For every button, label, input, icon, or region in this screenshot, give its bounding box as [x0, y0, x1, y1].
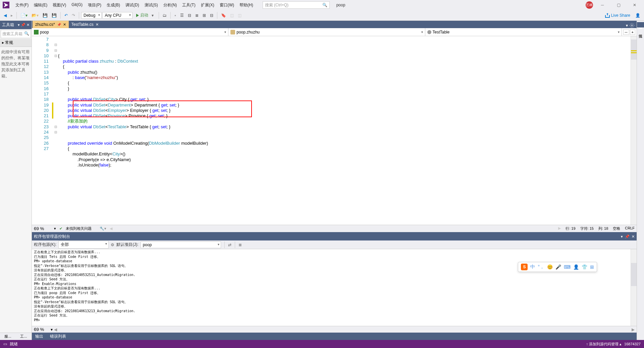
- user-avatar[interactable]: 艺林: [586, 1, 593, 9]
- ime-lang[interactable]: 中: [530, 264, 535, 270]
- tab-overflow-icon[interactable]: ▾: [626, 23, 628, 28]
- split-horizontal-button[interactable]: ─: [623, 29, 629, 35]
- pmc-source-dropdown[interactable]: 全部: [58, 241, 109, 249]
- menu-生成[interactable]: 生成(B): [104, 1, 123, 9]
- toolbox-tab[interactable]: 工...: [16, 333, 32, 340]
- undo-button[interactable]: ↶: [63, 12, 69, 19]
- pin-icon[interactable]: 📌: [57, 23, 61, 26]
- tb-icon-8[interactable]: 🔖: [219, 12, 228, 19]
- ime-punct-icon[interactable]: °，: [538, 264, 544, 270]
- tb-icon-2[interactable]: ▫: [173, 12, 177, 19]
- toolbox-tab[interactable]: 服...: [0, 333, 16, 340]
- pmc-pin-icon[interactable]: 📌: [625, 234, 630, 239]
- zoom-level-input[interactable]: [34, 226, 51, 231]
- menu-分析[interactable]: 分析(N): [161, 1, 180, 9]
- tb-icon-4[interactable]: ⊟: [186, 12, 193, 19]
- forward-button[interactable]: ▸: [9, 12, 14, 19]
- menu-编辑[interactable]: 编辑(E): [31, 1, 50, 9]
- menu-帮助[interactable]: 帮助(H): [237, 1, 256, 9]
- scroll-overview[interactable]: [631, 36, 637, 225]
- code-nav-bar: poop poop.zhuzhu TestTable ─ +: [32, 28, 637, 36]
- fold-strip[interactable]: ⊟⊟⊟⊟⊟: [53, 36, 58, 225]
- code-editor[interactable]: 789101112131415161718192021222324252627 …: [32, 36, 637, 225]
- tb-icon-1[interactable]: 🗂: [161, 12, 168, 19]
- close-icon[interactable]: ✕: [63, 22, 66, 27]
- save-button[interactable]: 💾: [41, 12, 49, 19]
- platform-dropdown[interactable]: Any CPU: [102, 12, 132, 19]
- minimize-button[interactable]: ─: [596, 0, 609, 10]
- ime-skin-icon[interactable]: 👕: [582, 264, 587, 270]
- ime-keyboard-icon[interactable]: ⌨: [564, 264, 571, 270]
- pmc-project-label: 默认项目(J):: [116, 242, 138, 248]
- tb-icon-9[interactable]: ◫: [228, 12, 235, 19]
- main-toolbar: ◀ ▸ 📄▾ 📂▾ 💾 💾 ↶ ↷ Debug Any CPU 启动 🗂 ▫ ☰…: [0, 10, 644, 21]
- toolbox-category[interactable]: ▸ 常规: [0, 39, 32, 47]
- gear-icon[interactable]: [629, 23, 635, 28]
- live-share-button[interactable]: Live Share: [605, 13, 630, 18]
- pmc-list-icon[interactable]: ≣: [238, 242, 242, 247]
- tb-icon-7[interactable]: ⊟: [208, 12, 215, 19]
- nav-project-dropdown[interactable]: poop: [32, 28, 228, 36]
- menu-工具[interactable]: 工具(T): [179, 1, 198, 9]
- ime-toolbar[interactable]: S 中 °， 😊 🎤 ⌨ 👤 👕 ⊞: [518, 262, 597, 272]
- tb-icon-3[interactable]: ☰: [178, 12, 185, 19]
- tb-icon-6[interactable]: ⊞: [201, 12, 208, 19]
- pmc-output[interactable]: 正在检查上下文的目标是否为现有数据库... 已为项目 Tets 启用 Code …: [32, 249, 631, 326]
- gear-icon[interactable]: ⚙: [111, 242, 114, 247]
- tb-icon-10[interactable]: ◫: [236, 12, 243, 19]
- open-button[interactable]: 📂▾: [30, 12, 40, 19]
- split-vertical-button[interactable]: +: [630, 29, 635, 35]
- menu-窗口[interactable]: 窗口(W): [217, 1, 237, 9]
- ime-mic-icon[interactable]: 🎤: [555, 264, 561, 270]
- menu-文件[interactable]: 文件(F): [13, 1, 31, 9]
- pmc-clear-icon[interactable]: ⇄: [228, 242, 231, 247]
- document-tab[interactable]: TestTable.cs ✕: [69, 21, 101, 28]
- ime-grid-icon[interactable]: ⊞: [590, 264, 594, 270]
- bottom-tab-错误列表[interactable]: 错误列表: [47, 333, 69, 340]
- pmc-zoom-input[interactable]: [34, 327, 51, 332]
- pmc-zoom-dropdown-icon[interactable]: ▾: [51, 327, 53, 332]
- feedback-icon[interactable]: 👤: [634, 12, 642, 19]
- menu-测试[interactable]: 测试(S): [142, 1, 161, 9]
- redo-button[interactable]: ↷: [70, 12, 77, 19]
- back-button[interactable]: ◀: [2, 12, 8, 19]
- bottom-tab-输出[interactable]: 输出: [32, 333, 47, 340]
- save-all-button[interactable]: 💾: [50, 12, 58, 19]
- new-file-button[interactable]: 📄▾: [19, 12, 29, 19]
- pmc-project-dropdown[interactable]: poop: [141, 241, 221, 248]
- start-debug-button[interactable]: 启动: [133, 11, 157, 19]
- notification-count[interactable]: 16874327: [624, 342, 641, 346]
- close-button[interactable]: ✕: [628, 0, 641, 10]
- live-share-icon: [605, 13, 610, 18]
- global-search-input[interactable]: 搜索 (Ctrl+Q) 🔍: [263, 1, 330, 9]
- ime-user-icon[interactable]: 👤: [573, 264, 579, 270]
- zoom-dropdown-icon[interactable]: ▾: [54, 226, 56, 231]
- pin-icon[interactable]: ▾ 📌 ✕: [18, 23, 30, 27]
- menu-视图[interactable]: 视图(V): [50, 1, 69, 9]
- menu-调试[interactable]: 调试(D): [123, 1, 142, 9]
- screwdriver-icon[interactable]: 🔧▾: [100, 226, 106, 231]
- right-panel-tab[interactable]: 解决方案资源管理器: [637, 22, 644, 27]
- pmc-close-icon[interactable]: ✕: [632, 234, 635, 239]
- nav-member-dropdown[interactable]: TestTable: [425, 28, 622, 36]
- line-ending[interactable]: CRLF: [625, 226, 635, 231]
- pmc-dropdown-icon[interactable]: ▾: [621, 234, 623, 239]
- right-panel-tab[interactable]: 属性: [637, 29, 644, 34]
- maximize-button[interactable]: ▢: [612, 0, 625, 10]
- menu-Git[interactable]: Git(G): [69, 1, 85, 9]
- config-dropdown[interactable]: Debug: [81, 12, 102, 19]
- toolbox-search-input[interactable]: 搜索工具箱 🔍: [1, 30, 31, 38]
- indent-mode[interactable]: 空格: [613, 226, 620, 231]
- ime-emoji-icon[interactable]: 😊: [547, 264, 553, 270]
- pmc-scroll-overview[interactable]: [631, 249, 637, 326]
- issues-text[interactable]: 未找到相关问题: [66, 226, 92, 231]
- menu-项目[interactable]: 项目(P): [85, 1, 104, 9]
- tb-icon-5[interactable]: ≣: [194, 12, 200, 19]
- source-control-button[interactable]: ↑ 添加到源代码管理 ▴: [586, 342, 622, 347]
- code-content[interactable]: { public partial class zhuzhu : DbContex…: [58, 36, 631, 225]
- document-tab[interactable]: zhuzhu.cs* 📌 ✕: [33, 21, 69, 28]
- document-tabs: zhuzhu.cs* 📌 ✕TestTable.cs ✕ ▾: [32, 21, 637, 28]
- nav-class-dropdown[interactable]: poop.zhuzhu: [228, 28, 425, 36]
- close-icon[interactable]: ✕: [96, 22, 99, 27]
- menu-扩展[interactable]: 扩展(X): [198, 1, 217, 9]
